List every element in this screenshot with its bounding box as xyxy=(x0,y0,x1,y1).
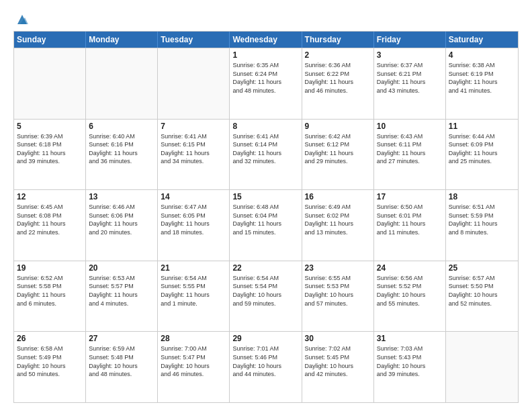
day-cell-25: 25Sunrise: 6:57 AM Sunset: 5:50 PM Dayli… xyxy=(446,261,518,332)
day-info: Sunrise: 6:54 AM Sunset: 5:55 PM Dayligh… xyxy=(161,274,226,308)
header-day-wednesday: Wednesday xyxy=(230,32,302,48)
day-cell-8: 8Sunrise: 6:41 AM Sunset: 6:14 PM Daylig… xyxy=(230,120,302,190)
day-number: 19 xyxy=(17,263,83,273)
day-number: 4 xyxy=(449,50,515,60)
day-number: 10 xyxy=(377,122,443,131)
day-number: 1 xyxy=(232,50,298,60)
empty-cell-0-2 xyxy=(158,48,230,119)
day-cell-7: 7Sunrise: 6:41 AM Sunset: 6:15 PM Daylig… xyxy=(158,120,230,190)
day-number: 31 xyxy=(377,334,443,343)
week-row-2: 12Sunrise: 6:45 AM Sunset: 6:08 PM Dayli… xyxy=(14,189,518,261)
day-number: 6 xyxy=(89,122,154,131)
day-cell-16: 16Sunrise: 6:49 AM Sunset: 6:02 PM Dayli… xyxy=(302,190,374,261)
day-cell-19: 19Sunrise: 6:52 AM Sunset: 5:58 PM Dayli… xyxy=(14,261,86,332)
day-number: 30 xyxy=(305,334,371,343)
week-row-4: 26Sunrise: 6:58 AM Sunset: 5:49 PM Dayli… xyxy=(14,331,518,402)
header-day-tuesday: Tuesday xyxy=(158,32,230,48)
day-number: 25 xyxy=(449,263,515,273)
day-info: Sunrise: 6:41 AM Sunset: 6:15 PM Dayligh… xyxy=(161,132,226,166)
day-info: Sunrise: 6:47 AM Sunset: 6:05 PM Dayligh… xyxy=(161,203,226,236)
day-number: 9 xyxy=(305,122,371,131)
day-cell-21: 21Sunrise: 6:54 AM Sunset: 5:55 PM Dayli… xyxy=(158,261,230,332)
day-cell-2: 2Sunrise: 6:36 AM Sunset: 6:22 PM Daylig… xyxy=(302,48,374,119)
day-info: Sunrise: 6:46 AM Sunset: 6:06 PM Dayligh… xyxy=(89,203,154,236)
day-number: 17 xyxy=(377,192,443,201)
day-cell-12: 12Sunrise: 6:45 AM Sunset: 6:08 PM Dayli… xyxy=(14,190,86,261)
day-number: 8 xyxy=(232,122,298,131)
day-cell-5: 5Sunrise: 6:39 AM Sunset: 6:18 PM Daylig… xyxy=(14,120,86,190)
header xyxy=(13,12,519,24)
day-info: Sunrise: 6:57 AM Sunset: 5:50 PM Dayligh… xyxy=(449,274,515,308)
logo xyxy=(13,12,30,24)
day-cell-31: 31Sunrise: 7:03 AM Sunset: 5:43 PM Dayli… xyxy=(374,332,446,402)
day-info: Sunrise: 6:36 AM Sunset: 6:22 PM Dayligh… xyxy=(305,61,371,95)
header-day-sunday: Sunday xyxy=(14,32,86,48)
day-number: 5 xyxy=(17,122,83,131)
day-info: Sunrise: 6:58 AM Sunset: 5:49 PM Dayligh… xyxy=(17,345,83,378)
day-cell-10: 10Sunrise: 6:43 AM Sunset: 6:11 PM Dayli… xyxy=(374,120,446,190)
day-info: Sunrise: 6:56 AM Sunset: 5:52 PM Dayligh… xyxy=(377,274,443,308)
day-number: 12 xyxy=(17,192,83,201)
day-info: Sunrise: 6:51 AM Sunset: 5:59 PM Dayligh… xyxy=(449,203,515,236)
header-day-friday: Friday xyxy=(374,32,446,48)
day-info: Sunrise: 6:52 AM Sunset: 5:58 PM Dayligh… xyxy=(17,274,83,308)
day-info: Sunrise: 6:38 AM Sunset: 6:19 PM Dayligh… xyxy=(449,61,515,95)
day-info: Sunrise: 6:35 AM Sunset: 6:24 PM Dayligh… xyxy=(232,61,298,95)
day-cell-18: 18Sunrise: 6:51 AM Sunset: 5:59 PM Dayli… xyxy=(446,190,518,261)
day-cell-15: 15Sunrise: 6:48 AM Sunset: 6:04 PM Dayli… xyxy=(230,190,302,261)
day-cell-22: 22Sunrise: 6:54 AM Sunset: 5:54 PM Dayli… xyxy=(230,261,302,332)
day-number: 23 xyxy=(305,263,371,273)
calendar-header: SundayMondayTuesdayWednesdayThursdayFrid… xyxy=(14,32,518,48)
day-number: 27 xyxy=(89,334,154,343)
day-cell-6: 6Sunrise: 6:40 AM Sunset: 6:16 PM Daylig… xyxy=(86,120,158,190)
empty-cell-0-0 xyxy=(14,48,86,119)
day-info: Sunrise: 6:49 AM Sunset: 6:02 PM Dayligh… xyxy=(305,203,371,236)
day-cell-11: 11Sunrise: 6:44 AM Sunset: 6:09 PM Dayli… xyxy=(446,120,518,190)
day-cell-20: 20Sunrise: 6:53 AM Sunset: 5:57 PM Dayli… xyxy=(86,261,158,332)
empty-cell-0-1 xyxy=(86,48,158,119)
day-number: 28 xyxy=(161,334,226,343)
day-number: 2 xyxy=(305,50,371,60)
day-cell-1: 1Sunrise: 6:35 AM Sunset: 6:24 PM Daylig… xyxy=(230,48,302,119)
day-info: Sunrise: 7:00 AM Sunset: 5:47 PM Dayligh… xyxy=(161,345,226,378)
day-number: 22 xyxy=(232,263,298,273)
day-info: Sunrise: 6:37 AM Sunset: 6:21 PM Dayligh… xyxy=(377,61,443,95)
header-day-monday: Monday xyxy=(86,32,158,48)
day-number: 18 xyxy=(449,192,515,201)
week-row-3: 19Sunrise: 6:52 AM Sunset: 5:58 PM Dayli… xyxy=(14,261,518,332)
day-info: Sunrise: 7:03 AM Sunset: 5:43 PM Dayligh… xyxy=(377,345,443,378)
day-cell-28: 28Sunrise: 7:00 AM Sunset: 5:47 PM Dayli… xyxy=(158,332,230,402)
day-cell-23: 23Sunrise: 6:55 AM Sunset: 5:53 PM Dayli… xyxy=(302,261,374,332)
day-number: 20 xyxy=(89,263,154,273)
day-cell-14: 14Sunrise: 6:47 AM Sunset: 6:05 PM Dayli… xyxy=(158,190,230,261)
header-day-saturday: Saturday xyxy=(446,32,518,48)
day-info: Sunrise: 6:48 AM Sunset: 6:04 PM Dayligh… xyxy=(232,203,298,236)
week-row-1: 5Sunrise: 6:39 AM Sunset: 6:18 PM Daylig… xyxy=(14,119,518,190)
calendar-body: 1Sunrise: 6:35 AM Sunset: 6:24 PM Daylig… xyxy=(14,48,518,402)
day-number: 7 xyxy=(161,122,226,131)
day-cell-24: 24Sunrise: 6:56 AM Sunset: 5:52 PM Dayli… xyxy=(374,261,446,332)
header-day-thursday: Thursday xyxy=(302,32,374,48)
day-cell-26: 26Sunrise: 6:58 AM Sunset: 5:49 PM Dayli… xyxy=(14,332,86,402)
empty-cell-4-6 xyxy=(446,332,518,402)
day-info: Sunrise: 6:43 AM Sunset: 6:11 PM Dayligh… xyxy=(377,132,443,166)
day-info: Sunrise: 6:55 AM Sunset: 5:53 PM Dayligh… xyxy=(305,274,371,308)
day-cell-3: 3Sunrise: 6:37 AM Sunset: 6:21 PM Daylig… xyxy=(374,48,446,119)
day-number: 29 xyxy=(232,334,298,343)
logo-icon xyxy=(15,12,30,27)
day-cell-30: 30Sunrise: 7:02 AM Sunset: 5:45 PM Dayli… xyxy=(302,332,374,402)
day-info: Sunrise: 6:59 AM Sunset: 5:48 PM Dayligh… xyxy=(89,345,154,378)
day-info: Sunrise: 6:42 AM Sunset: 6:12 PM Dayligh… xyxy=(305,132,371,166)
day-info: Sunrise: 7:01 AM Sunset: 5:46 PM Dayligh… xyxy=(232,345,298,378)
week-row-0: 1Sunrise: 6:35 AM Sunset: 6:24 PM Daylig… xyxy=(14,48,518,119)
day-info: Sunrise: 6:40 AM Sunset: 6:16 PM Dayligh… xyxy=(89,132,154,166)
day-info: Sunrise: 6:53 AM Sunset: 5:57 PM Dayligh… xyxy=(89,274,154,308)
day-info: Sunrise: 6:41 AM Sunset: 6:14 PM Dayligh… xyxy=(232,132,298,166)
day-number: 15 xyxy=(232,192,298,201)
day-info: Sunrise: 6:44 AM Sunset: 6:09 PM Dayligh… xyxy=(449,132,515,166)
day-cell-17: 17Sunrise: 6:50 AM Sunset: 6:01 PM Dayli… xyxy=(374,190,446,261)
day-info: Sunrise: 6:50 AM Sunset: 6:01 PM Dayligh… xyxy=(377,203,443,236)
day-number: 24 xyxy=(377,263,443,273)
day-number: 3 xyxy=(377,50,443,60)
day-info: Sunrise: 6:45 AM Sunset: 6:08 PM Dayligh… xyxy=(17,203,83,236)
